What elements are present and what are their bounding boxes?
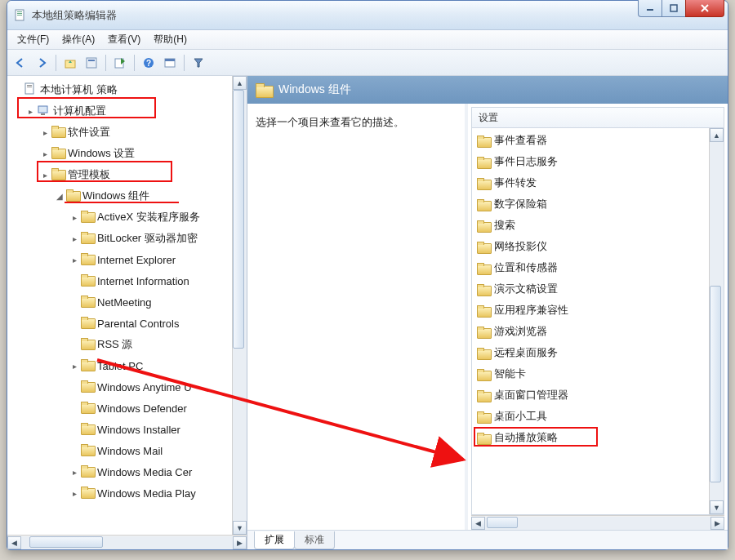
pc-icon <box>37 104 50 119</box>
tree-item[interactable]: ▸ActiveX 安装程序服务 <box>11 207 232 228</box>
scroll-left-icon[interactable]: ◀ <box>7 536 21 549</box>
tree-item[interactable]: Parental Controls <box>11 313 232 334</box>
tree-item[interactable]: Internet Information <box>11 270 232 291</box>
folder-icon <box>477 327 490 337</box>
tree-item[interactable]: ▸Internet Explorer <box>11 249 232 270</box>
expander-icon[interactable]: ▸ <box>69 362 79 371</box>
scroll-down-icon[interactable]: ▼ <box>233 521 247 535</box>
tree-v-scrollbar[interactable]: ▲ ▼ <box>232 76 247 535</box>
properties-button[interactable] <box>82 53 101 73</box>
tree-item[interactable]: Windows Mail <box>11 440 232 461</box>
list-item[interactable]: 搜索 <box>472 215 709 236</box>
expander-icon[interactable]: ▸ <box>69 256 79 264</box>
menu-help[interactable]: 帮助(H) <box>147 33 194 47</box>
tree-item[interactable]: 本地计算机 策略 <box>11 79 232 100</box>
maximize-button[interactable] <box>662 0 686 17</box>
tree-item[interactable]: Windows Anytime U <box>11 376 232 398</box>
tree-item[interactable]: Windows Defender <box>11 398 232 419</box>
scroll-left-icon[interactable]: ◀ <box>471 517 485 530</box>
list-item[interactable]: 应用程序兼容性 <box>472 300 709 321</box>
folder-icon <box>477 390 490 401</box>
console-button[interactable] <box>160 53 180 73</box>
list-item[interactable]: 智能卡 <box>472 363 709 384</box>
scroll-right-icon[interactable]: ▶ <box>710 517 724 530</box>
list-h-scrollbar[interactable]: ◀ ▶ <box>471 515 724 530</box>
tree-item[interactable]: RSS 源 <box>11 334 232 355</box>
export-button[interactable] <box>110 53 130 73</box>
scroll-thumb[interactable] <box>710 286 721 482</box>
list-item[interactable]: 数字保险箱 <box>472 193 709 215</box>
expander-icon[interactable]: ▸ <box>69 234 79 243</box>
folder-icon <box>477 178 490 189</box>
expander-icon[interactable]: ◢ <box>55 192 65 201</box>
scroll-thumb[interactable] <box>29 536 103 548</box>
menu-file[interactable]: 文件(F) <box>11 33 56 47</box>
scroll-thumb[interactable] <box>487 517 518 528</box>
list-item[interactable]: 网络投影仪 <box>472 236 709 257</box>
expander-icon[interactable]: ▸ <box>69 489 79 498</box>
expander-icon[interactable]: ▸ <box>25 107 35 116</box>
tree-item[interactable]: ▸管理模板 <box>11 164 232 185</box>
back-button[interactable] <box>11 53 30 73</box>
tab-extended[interactable]: 扩展 <box>254 531 295 549</box>
expander-icon[interactable]: ▸ <box>40 171 50 180</box>
settings-list[interactable]: 事件查看器事件日志服务事件转发数字保险箱搜索网络投影仪位置和传感器演示文稿设置应… <box>472 128 709 514</box>
folder-icon <box>477 220 490 231</box>
list-item[interactable]: 远程桌面服务 <box>472 342 709 363</box>
scroll-down-icon[interactable]: ▼ <box>710 500 724 514</box>
tree-item[interactable]: ▸Windows Media Cer <box>11 461 232 482</box>
list-item[interactable]: 演示文稿设置 <box>472 278 709 300</box>
tree-item[interactable]: ▸BitLocker 驱动器加密 <box>11 228 232 249</box>
menu-action[interactable]: 操作(A) <box>56 33 101 47</box>
folder-icon <box>477 305 490 316</box>
column-header-settings[interactable]: 设置 <box>471 107 724 128</box>
scroll-up-icon[interactable]: ▲ <box>233 76 247 90</box>
close-button[interactable] <box>685 0 724 17</box>
help-button[interactable]: ? <box>139 53 158 73</box>
tree-item[interactable]: ◢Windows 组件 <box>11 185 232 207</box>
list-item[interactable]: 桌面小工具 <box>472 406 709 427</box>
tree[interactable]: 本地计算机 策略▸计算机配置▸软件设置▸Windows 设置▸管理模板◢Wind… <box>7 76 232 535</box>
folder-icon <box>81 232 94 245</box>
doc-icon <box>24 82 37 98</box>
scroll-thumb[interactable] <box>233 90 244 349</box>
folder-icon <box>81 444 94 457</box>
tree-item[interactable]: ▸计算机配置 <box>11 100 232 122</box>
forward-button[interactable] <box>32 53 51 73</box>
folder-icon <box>81 317 94 330</box>
scroll-up-icon[interactable]: ▲ <box>710 128 724 142</box>
list-item[interactable]: 桌面窗口管理器 <box>472 384 709 406</box>
tree-item[interactable]: NetMeeting <box>11 291 232 313</box>
tree-item[interactable]: ▸Tablet PC <box>11 355 232 376</box>
tree-pane: 本地计算机 策略▸计算机配置▸软件设置▸Windows 设置▸管理模板◢Wind… <box>7 76 247 549</box>
list-item-label: 事件转发 <box>494 176 537 190</box>
svg-rect-2 <box>17 13 22 14</box>
minimize-button[interactable] <box>638 0 662 17</box>
list-item[interactable]: 事件转发 <box>472 172 709 193</box>
list-v-scrollbar[interactable]: ▲ ▼ <box>709 128 724 514</box>
folder-icon <box>477 157 490 167</box>
list-item[interactable]: 位置和传感器 <box>472 257 709 278</box>
list-item[interactable]: 事件日志服务 <box>472 151 709 172</box>
expander-icon[interactable]: ▸ <box>69 213 79 222</box>
up-button[interactable] <box>60 53 80 73</box>
tree-item[interactable]: ▸软件设置 <box>11 122 232 143</box>
tab-standard[interactable]: 标准 <box>294 531 335 549</box>
list-item[interactable]: 游戏浏览器 <box>472 321 709 342</box>
menubar: 文件(F) 操作(A) 查看(V) 帮助(H) <box>7 30 728 50</box>
expander-icon[interactable]: ▸ <box>40 128 50 137</box>
description-text: 选择一个项目来查看它的描述。 <box>256 116 404 128</box>
filter-button[interactable] <box>189 53 208 73</box>
tree-h-scrollbar[interactable]: ◀ ▶ <box>7 535 247 549</box>
tree-item[interactable]: ▸Windows Media Play <box>11 482 232 504</box>
tree-item-label: Windows Anytime U <box>97 381 192 393</box>
expander-icon[interactable]: ▸ <box>40 149 50 158</box>
tree-item[interactable]: ▸Windows 设置 <box>11 143 232 164</box>
menu-view[interactable]: 查看(V) <box>101 33 147 47</box>
folder-icon <box>51 168 65 181</box>
scroll-right-icon[interactable]: ▶ <box>233 536 247 549</box>
tree-item[interactable]: Windows Installer <box>11 419 232 440</box>
expander-icon[interactable]: ▸ <box>69 468 79 477</box>
list-item[interactable]: 事件查看器 <box>472 130 709 151</box>
list-item[interactable]: 自动播放策略 <box>472 427 709 448</box>
